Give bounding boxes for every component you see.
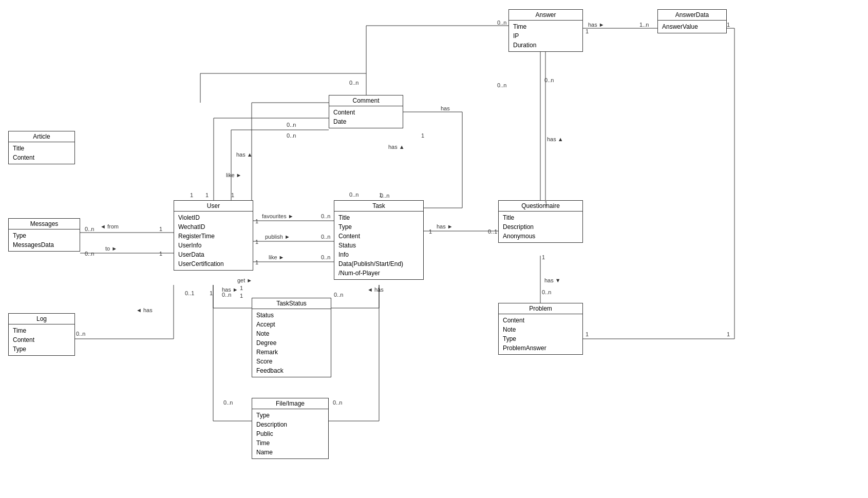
questionnaire-header: Questionnaire bbox=[499, 201, 582, 212]
label-comment-0n-left2: 0..n bbox=[287, 132, 296, 139]
label-task-comment-top: 0..n bbox=[349, 191, 358, 198]
label-messages-0n-top: 0..n bbox=[85, 226, 94, 232]
answer-body: Time IP Duration bbox=[509, 21, 582, 51]
log-attr-2: Content bbox=[13, 335, 70, 344]
label-messages-0n-bot: 0..n bbox=[85, 251, 94, 257]
log-body: Time Content Type bbox=[9, 324, 74, 355]
label-user-comment-like: like ► bbox=[226, 172, 241, 178]
taskstatus-header: TaskStatus bbox=[252, 298, 331, 309]
questionnaire-body: Title Description Anonymous bbox=[499, 212, 582, 242]
problem-attr-3: Type bbox=[503, 334, 578, 343]
label-get: get ► bbox=[237, 277, 252, 283]
taskstatus-attr-2: Accept bbox=[256, 320, 327, 329]
taskstatus-attr-5: Remark bbox=[256, 348, 327, 357]
label-messages-1-bot: 1 bbox=[159, 251, 162, 257]
taskstatus-attr-7: Feedback bbox=[256, 366, 327, 375]
label-fi-task-0n: 0..n bbox=[333, 399, 342, 406]
fileimage-attr-4: Time bbox=[256, 438, 324, 448]
questionnaire-box: Questionnaire Title Description Anonymou… bbox=[498, 200, 583, 243]
log-box: Log Time Content Type bbox=[8, 313, 75, 356]
messages-attr-1: Type bbox=[13, 231, 76, 240]
user-attr-2: WechatID bbox=[178, 222, 249, 232]
label-comment-loop: 0..n bbox=[349, 80, 358, 86]
label-task-q-1: 1 bbox=[429, 228, 432, 235]
label-answer-0n2: 0..n bbox=[497, 82, 506, 88]
user-box: User VioletID WechatID RegisterTime User… bbox=[174, 200, 253, 271]
answer-header: Answer bbox=[509, 10, 582, 21]
user-attr-1: VioletID bbox=[178, 213, 249, 222]
user-header: User bbox=[174, 201, 253, 212]
fileimage-header: File/Image bbox=[252, 398, 328, 409]
taskstatus-body: Status Accept Note Degree Remark Score F… bbox=[252, 309, 331, 377]
taskstatus-title: TaskStatus bbox=[276, 300, 307, 307]
label-comment-1: 1 bbox=[421, 132, 424, 139]
answerdata-header: AnswerData bbox=[658, 10, 726, 21]
problem-box: Problem Content Note Type ProblemAnswer bbox=[498, 303, 583, 355]
label-user-1-b: 1 bbox=[205, 192, 209, 198]
log-attr-3: Type bbox=[13, 344, 70, 354]
user-attr-4: UserInfo bbox=[178, 241, 249, 250]
problem-attr-1: Content bbox=[503, 316, 578, 325]
task-attr-3: Content bbox=[338, 232, 419, 241]
article-attr-1: Title bbox=[13, 144, 70, 153]
fileimage-body: Type Description Public Time Name bbox=[252, 409, 328, 458]
fileimage-attr-2: Description bbox=[256, 420, 324, 429]
taskstatus-attr-4: Degree bbox=[256, 338, 327, 348]
label-q-1-up: 1 bbox=[544, 200, 548, 206]
label-fi-user-0n: 0..n bbox=[223, 399, 233, 406]
problem-attr-2: Note bbox=[503, 325, 578, 334]
answer-attr-1: Time bbox=[513, 22, 578, 31]
messages-header: Messages bbox=[9, 219, 80, 229]
label-task-1: 1 bbox=[379, 192, 382, 198]
label-log-1: 1 bbox=[210, 290, 213, 296]
label-ad-1-bot: 1 bbox=[727, 331, 730, 337]
fileimage-attr-5: Name bbox=[256, 448, 324, 457]
label-like-1: 1 bbox=[255, 259, 258, 265]
fileimage-title: File/Image bbox=[276, 400, 305, 407]
task-title: Task bbox=[372, 202, 385, 209]
article-box: Article Title Content bbox=[8, 131, 75, 164]
label-q-answer: 0..n bbox=[544, 77, 554, 83]
taskstatus-attr-6: Score bbox=[256, 357, 327, 366]
label-user-1-c: 1 bbox=[231, 192, 234, 198]
label-user-ts-1: 1 bbox=[240, 293, 243, 299]
label-fav-0n: 0..n bbox=[321, 213, 330, 219]
task-attr-7: /Num-of-Player bbox=[338, 269, 419, 278]
answerdata-body: AnswerValue bbox=[658, 21, 726, 33]
label-task-q-01: 0..1 bbox=[488, 228, 497, 235]
label-log-01: 0..1 bbox=[185, 290, 194, 296]
log-title: Log bbox=[36, 315, 47, 322]
comment-attr-2: Date bbox=[333, 117, 399, 126]
label-like-task: like ► bbox=[269, 254, 284, 260]
comment-title: Comment bbox=[352, 97, 379, 104]
comment-header: Comment bbox=[329, 95, 403, 106]
label-log-has: ◄ has bbox=[136, 307, 153, 313]
taskstatus-attr-1: Status bbox=[256, 311, 327, 320]
label-q-prob-has: has ▼ bbox=[544, 277, 561, 283]
label-q-prob-1: 1 bbox=[542, 254, 545, 260]
task-box: Task Title Type Content Status Info Data… bbox=[334, 200, 424, 280]
label-messages-from: ◄ from bbox=[100, 223, 119, 229]
messages-body: Type MessagesData bbox=[9, 229, 80, 251]
label-comment-0n-left: 0..n bbox=[287, 122, 296, 128]
user-title: User bbox=[207, 202, 220, 209]
log-header: Log bbox=[9, 314, 74, 324]
problem-body: Content Note Type ProblemAnswer bbox=[499, 314, 582, 354]
questionnaire-title: Questionnaire bbox=[521, 202, 560, 209]
article-header: Article bbox=[9, 131, 74, 142]
task-attr-1: Title bbox=[338, 213, 419, 222]
label-favourites: favourites ► bbox=[262, 213, 294, 219]
label-task-ts-has: ◄ has bbox=[367, 286, 384, 293]
label-q-prob-0n: 0..n bbox=[542, 289, 551, 295]
label-answer-1n: 1..n bbox=[639, 22, 649, 28]
label-problem-1: 1 bbox=[586, 331, 589, 337]
label-pub-1: 1 bbox=[255, 239, 258, 245]
label-answer-1: 1 bbox=[586, 28, 589, 34]
answer-box: Answer Time IP Duration bbox=[508, 9, 583, 52]
label-answer-0n: 0..n bbox=[497, 20, 506, 26]
label-ad-1-right: 1 bbox=[727, 22, 730, 28]
user-attr-5: UserData bbox=[178, 250, 249, 259]
answerdata-attr-1: AnswerValue bbox=[662, 22, 722, 31]
answerdata-box: AnswerData AnswerValue bbox=[657, 9, 727, 33]
log-attr-1: Time bbox=[13, 326, 70, 335]
